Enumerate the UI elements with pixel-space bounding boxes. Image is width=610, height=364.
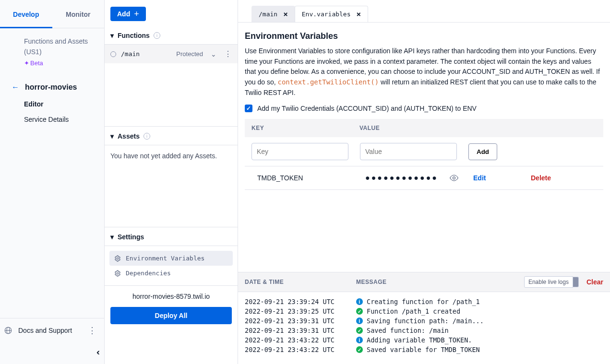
assets-empty-message: You have not yet added any Assets.	[105, 145, 238, 166]
close-icon[interactable]: ×	[357, 10, 361, 19]
eye-icon[interactable]	[449, 173, 473, 183]
log-message: Creating function for /path_1	[367, 298, 480, 305]
function-name: /main	[121, 50, 171, 58]
info-icon[interactable]: i	[144, 133, 150, 140]
caret-down-icon: ▾	[110, 132, 114, 140]
env-add-row: Add	[245, 137, 603, 166]
tab-file-main[interactable]: /main ×	[251, 6, 295, 22]
panel-title: Environment Variables	[245, 31, 603, 41]
function-row-main[interactable]: /main Protected ⌄ ⋮	[105, 45, 238, 63]
header-value: VALUE	[359, 125, 467, 131]
logs-header-message: MESSAGE	[356, 279, 524, 285]
sidebar-item-service-details[interactable]: Service Details	[0, 112, 104, 127]
settings-item-env-vars[interactable]: Environment Variables	[109, 251, 233, 266]
collapse-sidebar-button[interactable]: ‹‹	[0, 342, 104, 364]
sidebar: Develop Monitor Functions and Assets (US…	[0, 0, 105, 364]
log-line: 2022-09-21 23:39:24 UTCiCreating functio…	[245, 297, 603, 306]
log-timestamp: 2022-09-21 23:39:25 UTC	[245, 307, 356, 315]
checkbox-label: Add my Twilio Credentials (ACCOUNT_SID) …	[257, 105, 477, 112]
globe-icon	[4, 326, 12, 335]
sidebar-item-editor[interactable]: Editor	[0, 96, 104, 112]
info-icon: i	[356, 298, 363, 305]
success-icon: ✓	[356, 308, 363, 315]
caret-down-icon: ▾	[110, 32, 114, 39]
success-icon: ✓	[356, 346, 363, 353]
explorer-column: Add + ▾ Functions i /main Protected ⌄ ⋮ …	[105, 0, 238, 364]
panel-description: Use Environment Variables to store confi…	[245, 46, 603, 98]
deploy-all-button[interactable]: Deploy All	[110, 307, 232, 324]
deploy-footer: horror-movies-8579.twil.io Deploy All	[105, 285, 238, 333]
settings-section-header[interactable]: ▾ Settings	[105, 227, 238, 246]
gear-icon	[114, 255, 121, 262]
docs-and-support[interactable]: Docs and Support ⋮	[0, 318, 104, 342]
log-timestamp: 2022-09-21 23:43:22 UTC	[245, 336, 356, 344]
close-icon[interactable]: ×	[283, 10, 288, 19]
tab-monitor[interactable]: Monitor	[52, 0, 105, 28]
success-icon: ✓	[356, 327, 363, 334]
checkbox-checked-icon[interactable]: ✓	[245, 105, 252, 112]
functions-section-header[interactable]: ▾ Functions i	[105, 26, 238, 45]
sidebar-body: Functions and Assets (US1) ✦ Beta ← horr…	[0, 28, 104, 318]
header-key: KEY	[251, 125, 359, 131]
tab-env-variables[interactable]: Env.variables ×	[295, 6, 368, 22]
context-product: Functions and Assets	[24, 36, 96, 47]
chevron-down-icon[interactable]: ⌄	[208, 50, 219, 58]
info-icon: i	[356, 317, 363, 324]
env-value-masked: ●●●●●●●●●●●●	[365, 174, 449, 182]
assets-section-header[interactable]: ▾ Assets i	[105, 126, 238, 145]
log-message: Function /path_1 created	[367, 307, 460, 315]
log-timestamp: 2022-09-21 23:39:24 UTC	[245, 298, 356, 305]
edit-link[interactable]: Edit	[473, 174, 531, 182]
log-line: 2022-09-21 23:39:31 UTC✓Saved function: …	[245, 326, 603, 335]
gear-icon	[114, 270, 121, 277]
beta-badge: ✦ Beta	[24, 59, 43, 69]
svg-point-3	[117, 258, 119, 259]
log-message: Saving function path: /main...	[367, 317, 484, 325]
key-input[interactable]	[251, 143, 348, 160]
arrow-left-icon: ←	[12, 83, 19, 92]
more-vertical-icon[interactable]: ⋮	[224, 49, 232, 59]
log-timestamp: 2022-09-21 23:39:31 UTC	[245, 317, 356, 325]
enable-live-logs-toggle[interactable]: Enable live logs	[524, 276, 573, 288]
add-env-button[interactable]: Add	[468, 143, 497, 160]
log-timestamp: 2022-09-21 23:43:22 UTC	[245, 346, 356, 353]
context-region: (US1)	[24, 47, 96, 57]
credentials-checkbox-row[interactable]: ✓ Add my Twilio Credentials (ACCOUNT_SID…	[245, 105, 603, 112]
log-message: Saved function: /main	[367, 327, 449, 334]
value-input[interactable]	[360, 143, 457, 160]
sidebar-context: Functions and Assets (US1) ✦ Beta	[0, 32, 104, 72]
env-key: TMDB_TOKEN	[257, 174, 365, 182]
service-url: horror-movies-8579.twil.io	[110, 293, 232, 300]
log-line: 2022-09-21 23:39:25 UTC✓Function /path_1…	[245, 306, 603, 316]
toggle-knob[interactable]	[573, 277, 579, 287]
log-line: 2022-09-21 23:39:31 UTCiSaving function …	[245, 316, 603, 326]
settings-item-dependencies[interactable]: Dependencies	[109, 266, 233, 281]
editor-pane: /main × Env.variables × Environment Vari…	[238, 0, 610, 364]
plus-icon: +	[134, 11, 139, 17]
delete-link[interactable]: Delete	[531, 174, 588, 182]
env-vars-panel: Environment Variables Use Environment Va…	[238, 23, 610, 272]
svg-point-5	[453, 177, 455, 179]
log-message: Adding variable TMDB_TOKEN.	[367, 336, 472, 344]
env-var-row: TMDB_TOKEN ●●●●●●●●●●●● Edit Delete	[245, 166, 603, 190]
caret-down-icon: ▾	[110, 233, 114, 241]
docs-label: Docs and Support	[18, 327, 72, 334]
logs-header-date: DATE & TIME	[245, 279, 356, 285]
sparkle-icon: ✦	[24, 59, 29, 69]
clear-logs-button[interactable]: Clear	[586, 278, 603, 286]
service-name: horror-movies	[25, 83, 77, 92]
more-vertical-icon[interactable]: ⋮	[88, 325, 96, 336]
log-timestamp: 2022-09-21 23:39:31 UTC	[245, 327, 356, 334]
info-icon: i	[356, 337, 363, 343]
function-visibility: Protected	[176, 50, 203, 58]
back-to-services[interactable]: ← horror-movies	[0, 78, 104, 96]
svg-point-4	[117, 272, 119, 274]
log-line: 2022-09-21 23:43:22 UTC✓Saved variable f…	[245, 345, 603, 354]
log-line: 2022-09-21 23:43:22 UTCiAdding variable …	[245, 335, 603, 345]
info-icon[interactable]: i	[154, 32, 160, 39]
radio-unselected-icon	[110, 51, 116, 57]
code-snippet: context.getTwilioClient()	[278, 78, 379, 86]
add-button[interactable]: Add +	[110, 7, 146, 21]
tab-develop[interactable]: Develop	[0, 0, 52, 28]
sidebar-tabs: Develop Monitor	[0, 0, 104, 28]
